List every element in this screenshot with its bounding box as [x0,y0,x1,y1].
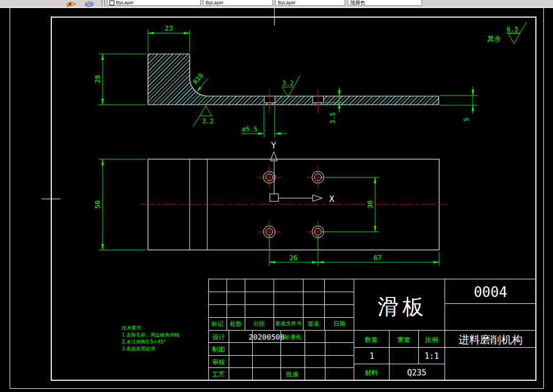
ucs-x-label: X [329,194,334,204]
dim-hole-dia-text: ø5.5 [242,126,258,133]
dim-thickness-text: 5 [463,117,470,121]
plan-view: 50 30 26 67 [94,141,448,266]
paper-border [10,8,544,389]
revision-header: 签名 [308,320,320,327]
dim-50-text: 50 [94,200,102,209]
cad-application-window: ByLayer ByLayer ByLayer 随颜色 [0,0,553,392]
material-value: Q235 [407,368,426,378]
quantity-value: 1 [369,351,374,361]
design-date: 20200508 [248,333,284,341]
quantity-label: 数量 [365,336,378,343]
approve-label: 批准 [286,371,299,378]
tech-req-item: 2.未注倒角0.5×45° [122,339,166,344]
tech-req-item: 3.表面发黑处理 [122,346,155,351]
revision-header: 处数 [230,320,242,327]
role-label-design: 设计 [212,333,225,341]
role-label-process: 工艺 [212,371,225,378]
fillet-radius-text: R10 [192,72,205,86]
assembly-name: 进料磨削机构 [458,333,523,346]
role-label-check: 审核 [212,358,225,366]
roughness-bottom-text: 3.2 [202,117,214,125]
part-name: 滑板 [378,294,427,319]
role-label-draft: 制图 [212,346,225,353]
revision-header: 标记 [211,320,223,327]
roughness-top-text: 3.2 [282,80,294,87]
general-roughness-note: 其余 6.3 [487,22,527,44]
general-note-prefix: 其余 [487,35,501,43]
section-view: 23 28 R10 3.2 3.2 [94,24,478,137]
dim-67-text: 67 [373,254,382,262]
tech-req-item: 1.去除毛刺，周边棱角倒钝 [122,332,180,338]
general-note-roughness-text: 6.3 [507,26,518,33]
material-label: 材料 [364,369,378,377]
cad-drawing-canvas[interactable]: 23 28 R10 3.2 3.2 [0,0,553,392]
weight-label: 重量 [398,336,410,343]
tech-req-title: 技术要求: [121,325,143,331]
dim-30-text: 30 [366,200,374,209]
revision-header: 分区 [253,320,265,327]
technical-requirements: 技术要求: 1.去除毛刺，周边棱角倒钝 2.未注倒角0.5×45° 3.表面发黑… [121,325,180,351]
dim-28 [98,54,146,105]
drawing-number: 0004 [474,284,508,300]
standardization-label: 标准化 [284,334,302,341]
dim-thickness [440,87,478,114]
scale-label: 比例 [425,336,438,343]
dim-28-text: 28 [94,75,102,83]
ucs-y-label: Y [270,141,276,151]
scale-value: 1:1 [424,351,439,361]
dim-23 [148,30,190,52]
dim-26-text: 26 [289,254,298,262]
dim-step-depth-text: 3.5 [329,112,337,124]
dim-50 [98,159,146,250]
title-block: 标记 处数 分区 更改文件号 签名 日期 设计 制图 审核 工艺 2020050… [208,279,536,380]
dim-23-text: 23 [165,24,173,32]
revision-header: 日期 [333,320,345,327]
revision-header: 更改文件号 [275,320,302,326]
